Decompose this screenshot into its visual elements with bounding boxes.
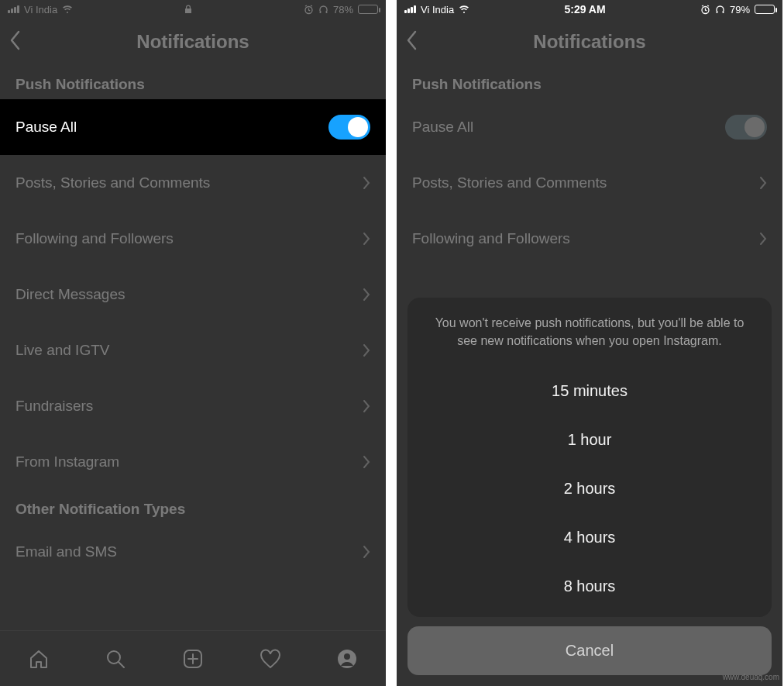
page-title: Notifications [136,31,249,53]
watermark: www.deuaq.com [723,673,779,681]
row-pause-all[interactable]: Pause All [0,99,386,155]
option-15-minutes[interactable]: 15 minutes [426,367,753,415]
wifi-icon [459,5,469,14]
carrier-label: Vi India [421,4,454,16]
nav-header: Notifications [0,19,386,65]
row-from-instagram[interactable]: From Instagram [0,434,386,490]
chevron-right-icon [363,455,370,469]
pause-duration-sheet: You won't receive push notifications, bu… [407,298,772,675]
row-label: Posts, Stories and Comments [15,174,210,191]
chevron-right-icon [363,232,370,246]
tab-search[interactable] [104,647,127,670]
back-button[interactable] [406,30,418,53]
section-push-notifications: Push Notifications [0,65,386,99]
row-label: From Instagram [15,453,119,471]
chevron-right-icon [363,288,370,302]
tab-home[interactable] [27,647,50,670]
option-2-hours[interactable]: 2 hours [426,464,753,513]
battery-icon [755,5,775,14]
sheet-body: You won't receive push notifications, bu… [407,298,772,617]
pause-all-label: Pause All [15,119,77,136]
signal-icon [404,5,416,13]
chevron-right-icon [759,176,767,190]
row-pause-all[interactable]: Pause All [397,99,782,155]
chevron-right-icon [363,343,370,357]
row-label: Following and Followers [412,230,570,247]
clock-label: 5:29 AM [564,3,605,16]
row-live-igtv[interactable]: Live and IGTV [0,322,386,378]
tab-create[interactable] [181,647,205,670]
nav-header: Notifications [397,19,782,65]
row-following-followers[interactable]: Following and Followers [0,211,386,267]
pause-all-toggle[interactable] [725,115,767,140]
headphone-icon [318,5,328,15]
row-label: Direct Messages [15,286,126,303]
wifi-icon [62,5,73,14]
row-label: Fundraisers [15,398,93,415]
row-label: Live and IGTV [15,342,109,359]
alarm-icon [700,5,710,15]
row-label: Posts, Stories and Comments [412,174,607,191]
section-push-notifications: Push Notifications [397,65,782,99]
pause-all-label: Pause All [412,119,473,136]
row-label: Email and SMS [15,543,117,560]
cancel-button[interactable]: Cancel [407,626,772,675]
signal-icon [8,5,19,13]
option-1-hour[interactable]: 1 hour [426,415,753,464]
headphone-icon [715,5,725,15]
page-title: Notifications [533,31,645,53]
svg-rect-2 [325,11,327,13]
phone-screenshot-left: Vi India 78% Notifications Push Notifica… [0,0,386,686]
alarm-icon [304,5,314,15]
row-fundraisers[interactable]: Fundraisers [0,378,386,434]
row-label: Following and Followers [15,230,174,247]
chevron-right-icon [759,232,767,246]
tab-activity[interactable] [259,647,282,670]
battery-pct-label: 79% [730,4,750,16]
phone-screenshot-right: Vi India 5:29 AM 79% Notifications Push … [397,0,782,686]
battery-icon [358,5,378,14]
chevron-right-icon [363,176,370,190]
carrier-label: Vi India [24,4,57,16]
svg-rect-1 [319,11,321,13]
svg-rect-9 [722,11,724,13]
lock-icon [184,5,192,14]
chevron-right-icon [363,545,370,559]
svg-rect-8 [716,11,717,13]
row-direct-messages[interactable]: Direct Messages [0,267,386,322]
back-button[interactable] [9,30,22,53]
pause-all-toggle[interactable] [328,115,370,140]
option-4-hours[interactable]: 4 hours [426,513,753,562]
status-bar: Vi India 5:29 AM 79% [397,0,782,19]
tab-profile[interactable] [335,647,359,670]
tab-bar [0,630,386,686]
row-posts-stories-comments[interactable]: Posts, Stories and Comments [397,155,782,211]
option-8-hours[interactable]: 8 hours [426,562,753,611]
sheet-message: You won't receive push notifications, bu… [426,315,753,350]
section-other-notification-types: Other Notification Types [0,490,386,524]
status-bar: Vi India 78% [0,0,386,19]
svg-point-6 [344,653,350,660]
row-following-followers[interactable]: Following and Followers [397,211,782,267]
row-posts-stories-comments[interactable]: Posts, Stories and Comments [0,155,386,211]
row-email-sms[interactable]: Email and SMS [0,524,386,580]
chevron-right-icon [363,399,370,413]
battery-pct-label: 78% [333,4,353,16]
